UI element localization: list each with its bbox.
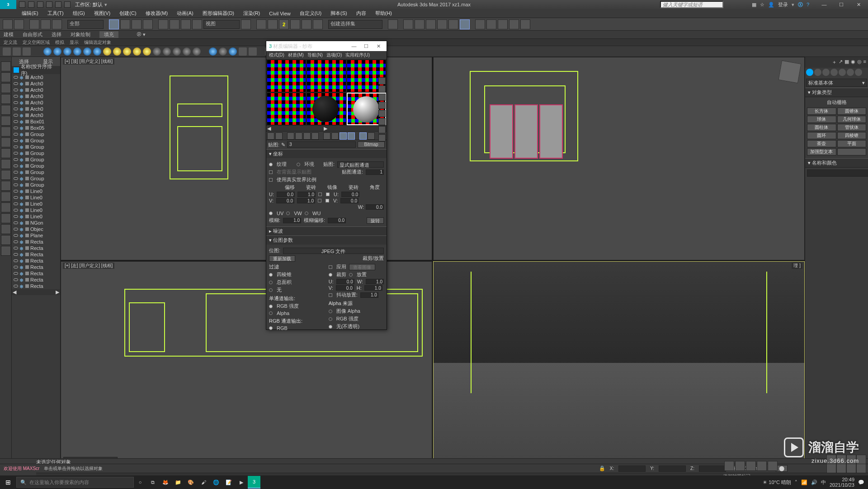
viewcube[interactable] (778, 61, 802, 84)
exchange-icon[interactable]: Ⓧ (798, 1, 803, 8)
sphere3-icon[interactable] (229, 47, 237, 56)
app1-icon[interactable]: 🎨 (184, 476, 197, 489)
scene-item[interactable]: ❄Group (12, 182, 60, 188)
cp-grid-icon[interactable]: ▦ (844, 59, 849, 66)
crop-radio[interactable] (329, 273, 332, 277)
coord-texture-radio[interactable] (269, 163, 273, 166)
mirror-icon[interactable] (388, 19, 398, 29)
goto-end-icon[interactable] (768, 461, 778, 471)
schematic-icon[interactable] (448, 19, 458, 29)
scene-item[interactable]: ❄Group (12, 144, 60, 150)
v-mirror[interactable] (318, 199, 321, 202)
explorer-icon[interactable]: 📁 (172, 476, 184, 489)
v-offset[interactable] (276, 198, 294, 203)
vw-radio[interactable] (286, 212, 290, 215)
me-close-button[interactable]: ✕ (373, 43, 384, 49)
w-angle[interactable] (366, 204, 384, 210)
placement-icon[interactable] (192, 19, 202, 29)
me-menu-mode[interactable]: 模式(D) (269, 52, 284, 58)
link-icon[interactable] (29, 19, 39, 29)
unlink-icon[interactable] (41, 19, 51, 29)
rgb-rgb-radio[interactable] (269, 326, 273, 330)
viewport-perspective[interactable]: 理 ] (433, 261, 805, 465)
cloud-icon[interactable] (3, 47, 11, 56)
me-menu-material[interactable]: 材质(M) (288, 52, 304, 58)
tray-ime-icon[interactable]: 中 (821, 479, 826, 486)
app2-icon[interactable]: 🖌 (197, 476, 210, 489)
me-make-preview-icon[interactable] (378, 126, 386, 133)
layer-icon[interactable] (415, 19, 425, 29)
tray-network-icon[interactable]: 📶 (801, 480, 807, 485)
ribbon-tab-selection[interactable]: 选择 (52, 31, 61, 38)
scene-item[interactable]: ❄NGon (12, 220, 60, 226)
lt-8-icon[interactable] (1, 137, 11, 147)
maximize-button[interactable]: ☐ (835, 2, 847, 8)
move-icon[interactable] (158, 19, 168, 29)
preset6-icon[interactable] (93, 47, 101, 56)
daylight-icon[interactable] (13, 47, 21, 56)
nav-maxtoggle-icon[interactable] (856, 464, 866, 474)
uv-radio[interactable] (269, 212, 273, 215)
scene-item[interactable]: ❄Line0 (12, 194, 60, 201)
primitive-button[interactable]: 管状体 (837, 124, 867, 131)
se-scroll-right[interactable]: ▶ (56, 289, 59, 295)
qa-undo-icon[interactable] (46, 1, 52, 8)
rotate-button[interactable]: 旋转 (367, 217, 384, 224)
star-icon[interactable]: ☆ (760, 2, 764, 8)
scene-item[interactable]: ❄Recta (12, 239, 60, 245)
primitive-button[interactable]: 圆环 (807, 132, 836, 139)
render-a360-icon[interactable] (509, 19, 519, 29)
cp-rollout-objtype[interactable]: ▾ 对象类型 (805, 88, 868, 97)
me-showend-icon[interactable] (348, 132, 355, 140)
cp-disc1-icon[interactable]: ◉ (851, 59, 855, 66)
3dsmax-task-icon[interactable]: 3 (248, 476, 260, 489)
edge-icon[interactable]: 🌐 (210, 476, 222, 489)
sun4-icon[interactable] (133, 47, 141, 56)
object-name-input[interactable] (807, 169, 868, 177)
next-frame-icon[interactable] (757, 461, 767, 471)
lt-5-icon[interactable] (1, 105, 11, 115)
lt-12-icon[interactable] (1, 181, 11, 191)
render-frame-icon[interactable] (486, 19, 496, 29)
y-input[interactable] (659, 465, 686, 472)
me-min-button[interactable]: — (349, 43, 359, 49)
viewport-left-label[interactable]: [+] [左] [用户定义] [线框] (63, 263, 114, 269)
me-slot-1[interactable] (267, 60, 306, 92)
menu-content[interactable]: 内容 (353, 10, 370, 17)
lt-17-icon[interactable] (1, 235, 11, 245)
render-setup-icon[interactable] (475, 19, 485, 29)
scene-item[interactable]: ❄Group (12, 150, 60, 156)
lt-6-icon[interactable] (1, 116, 11, 126)
undo-icon[interactable] (3, 19, 13, 29)
select-object-icon[interactable] (109, 19, 119, 29)
cp-list-icon[interactable]: ≡ (863, 59, 866, 66)
lt-4-icon[interactable] (1, 94, 11, 104)
nav-zoomall-icon[interactable] (836, 455, 846, 465)
weather-widget[interactable]: ☀ 10°C 晴朗 (763, 479, 791, 486)
autogrid-check[interactable]: 自动栅格 (807, 99, 866, 106)
nav-zoomext-icon[interactable] (856, 455, 866, 465)
prev-frame-icon[interactable] (735, 461, 745, 471)
scene-item[interactable]: ❄Line0 (12, 188, 60, 194)
scene-item[interactable]: ❄Recta (12, 245, 60, 251)
me-backlight-icon[interactable] (378, 85, 386, 93)
me-menu-options[interactable]: 选项(O) (326, 52, 342, 58)
primitive-button[interactable]: 球体 (807, 116, 836, 123)
menu-help[interactable]: 帮助(H) (372, 10, 396, 17)
tray-volume-icon[interactable]: 🔊 (811, 480, 817, 485)
cat-lights-icon[interactable] (822, 69, 830, 76)
crop-h[interactable] (364, 285, 382, 291)
sun2-icon[interactable] (113, 47, 121, 56)
app3-icon[interactable]: 📝 (222, 476, 235, 489)
cat-systems-icon[interactable] (855, 69, 862, 76)
scene-item[interactable]: ❄Recta (12, 264, 60, 270)
u-angle[interactable] (341, 192, 359, 197)
ribbon-tab-objectpaint[interactable]: 对象绘制 (71, 31, 90, 38)
ref-coord-combo[interactable]: 视图 (203, 20, 240, 29)
scene-item[interactable]: ❄Arch0 (12, 112, 60, 118)
scene-item[interactable]: ❄Group (12, 163, 60, 169)
scene-item[interactable]: ❄Group (12, 175, 60, 182)
me-putlib-icon[interactable] (323, 132, 330, 140)
subscription-icon[interactable]: ▦ (752, 2, 756, 8)
scene-item[interactable]: ❄Arch0 (12, 80, 60, 87)
